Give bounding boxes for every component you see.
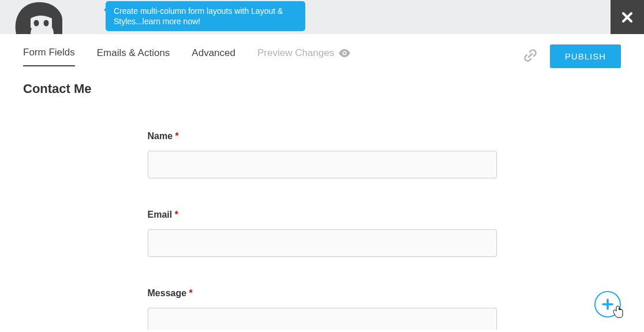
required-mark: * <box>175 210 178 219</box>
add-field-button[interactable] <box>594 291 621 318</box>
svg-point-3 <box>44 20 49 27</box>
field-label-text: Message <box>148 288 187 298</box>
field-message[interactable]: Message * <box>148 288 497 330</box>
email-input[interactable] <box>148 229 497 257</box>
field-label-text: Email <box>148 210 173 219</box>
svg-point-5 <box>343 52 346 54</box>
tab-advanced[interactable]: Advanced <box>192 47 235 66</box>
form-preview: Name * Email * Message * <box>148 131 497 330</box>
field-label: Name * <box>148 131 497 141</box>
tab-emails-actions[interactable]: Emails & Actions <box>97 47 170 66</box>
tab-label: Advanced <box>192 47 235 58</box>
name-input[interactable] <box>148 151 497 178</box>
right-actions: PUBLISH <box>523 44 621 68</box>
plus-icon <box>602 299 613 310</box>
required-mark: * <box>175 131 179 141</box>
field-name[interactable]: Name * <box>148 131 497 178</box>
publish-button[interactable]: PUBLISH <box>550 44 621 68</box>
ninja-logo <box>10 0 62 34</box>
top-bar: Create multi-column form layouts with La… <box>0 0 644 34</box>
tooltip-text: Create multi-column form layouts with La… <box>114 6 283 26</box>
publish-label: PUBLISH <box>565 51 606 61</box>
close-button[interactable] <box>611 0 644 34</box>
message-input[interactable] <box>148 308 497 330</box>
svg-point-2 <box>34 20 39 27</box>
permalink-button[interactable] <box>523 49 537 65</box>
nav-tabs: Form Fields Emails & Actions Advanced Pr… <box>23 47 350 66</box>
tab-preview-changes[interactable]: Preview Changes <box>257 47 350 66</box>
field-label-text: Name <box>148 131 173 141</box>
field-label: Email * <box>148 210 497 220</box>
eye-icon <box>339 49 350 57</box>
field-email[interactable]: Email * <box>148 210 497 257</box>
tab-label: Form Fields <box>23 47 75 58</box>
close-icon <box>621 12 633 23</box>
tab-label: Preview Changes <box>257 47 334 59</box>
field-label: Message * <box>148 288 497 299</box>
link-icon <box>523 49 537 62</box>
form-title: Contact Me <box>23 81 644 96</box>
required-mark: * <box>189 288 193 298</box>
tab-label: Emails & Actions <box>97 47 170 58</box>
nav-row: Form Fields Emails & Actions Advanced Pr… <box>0 34 644 66</box>
tab-form-fields[interactable]: Form Fields <box>23 47 75 66</box>
promo-tooltip[interactable]: Create multi-column form layouts with La… <box>106 1 305 31</box>
